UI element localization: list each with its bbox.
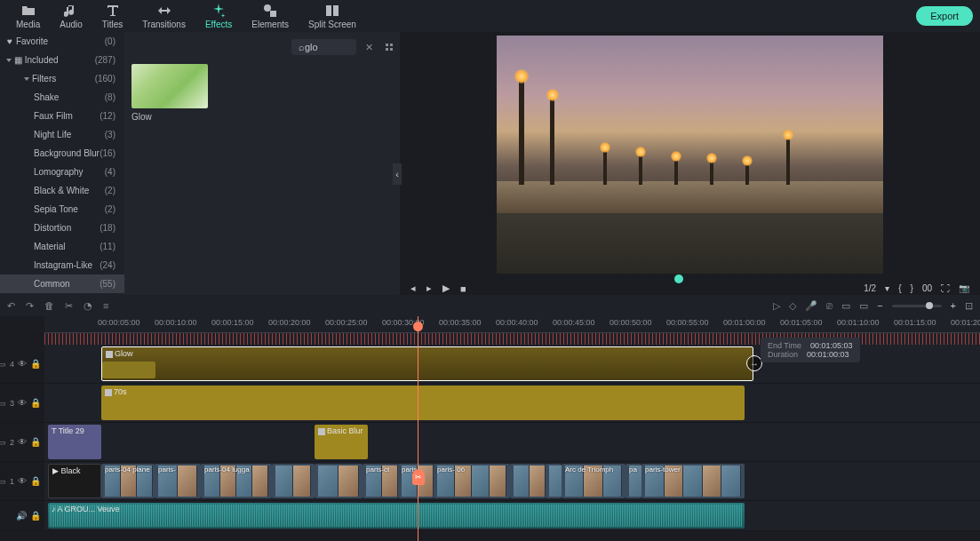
lock-icon[interactable]: 🔒 bbox=[30, 359, 41, 369]
grid-view-button[interactable] bbox=[386, 44, 393, 51]
eye-icon[interactable]: 👁 bbox=[18, 398, 27, 408]
chevron-down-icon bbox=[6, 59, 12, 62]
track-2: ▭2👁🔒 T Title 29 Basic Blur bbox=[0, 423, 980, 462]
effects-sidebar: ♥Favorite (0) ▦ Included (287) Filters (… bbox=[0, 32, 124, 295]
stop-button[interactable]: ■ bbox=[460, 283, 466, 294]
nav-titles[interactable]: Titles bbox=[93, 2, 132, 31]
sidebar-included[interactable]: ▦ Included (287) bbox=[0, 51, 124, 69]
clip-video-4[interactable] bbox=[315, 464, 363, 498]
cut-button[interactable]: ✂ bbox=[65, 300, 73, 312]
nav-transitions[interactable]: Transitions bbox=[133, 2, 195, 31]
sidebar-favorite[interactable]: ♥Favorite (0) bbox=[0, 32, 124, 51]
main-nav: Media Audio Titles Transitions Effects E… bbox=[0, 0, 980, 32]
zoom-in-button[interactable]: + bbox=[951, 300, 956, 311]
undo-button[interactable]: ↶ bbox=[7, 300, 15, 312]
clip-glow[interactable]: Glow bbox=[101, 346, 753, 381]
clip-video-12[interactable]: paris-tower bbox=[641, 464, 745, 498]
clear-search-button[interactable]: ✕ bbox=[362, 42, 377, 53]
preview-ratio[interactable]: 1/2 bbox=[864, 283, 876, 293]
clip-video-9[interactable] bbox=[546, 464, 562, 498]
clip-video-3[interactable] bbox=[272, 464, 315, 498]
speaker-icon[interactable]: 🔊 bbox=[16, 511, 27, 521]
tool1-button[interactable]: ▭ bbox=[841, 300, 850, 312]
nav-splitscreen[interactable]: Split Screen bbox=[299, 2, 365, 31]
lock-icon[interactable]: 🔒 bbox=[30, 511, 41, 521]
effect-thumb-glow[interactable]: Glow bbox=[131, 64, 208, 122]
lock-icon[interactable]: 🔒 bbox=[30, 398, 41, 408]
clip-video-10[interactable]: Arc de Triomph bbox=[562, 464, 625, 498]
prev-frame-button[interactable]: ◂ bbox=[410, 282, 416, 294]
collapse-panel-button[interactable]: ‹ bbox=[393, 163, 402, 185]
eye-icon[interactable]: 👁 bbox=[18, 437, 27, 447]
sidebar-item-shake[interactable]: Shake(8) bbox=[0, 88, 124, 107]
sidebar-item-lomography[interactable]: Lomography(4) bbox=[0, 163, 124, 181]
timeline-toolbar: ↶ ↷ 🗑 ✂ ◔ ≡ ▷ ◇ 🎤 ⎚ ▭ ▭ − + ⊡ bbox=[0, 295, 980, 316]
playhead[interactable] bbox=[418, 316, 418, 541]
track-4: ▭4👁🔒 Glow ↔ End Time00:01:05:03 Duration… bbox=[0, 345, 980, 384]
scissors-cursor[interactable] bbox=[412, 469, 425, 485]
clip-video-1[interactable]: paris- bbox=[155, 464, 201, 498]
music-icon bbox=[64, 4, 78, 18]
clip-video-8[interactable] bbox=[510, 464, 546, 498]
mic-button[interactable]: 🎤 bbox=[805, 300, 817, 312]
sidebar-item-sepia[interactable]: Sepia Tone(2) bbox=[0, 200, 124, 219]
timeline: 00:00:05:00 00:00:10:00 00:00:15:00 00:0… bbox=[0, 316, 980, 541]
lock-icon[interactable]: 🔒 bbox=[30, 437, 41, 447]
export-button[interactable]: Export bbox=[916, 6, 973, 26]
nav-effects[interactable]: Effects bbox=[196, 2, 241, 31]
chevron-down-icon[interactable]: ▾ bbox=[885, 283, 889, 293]
sidebar-item-bgblur[interactable]: Background Blur(16) bbox=[0, 144, 124, 163]
scrub-handle[interactable] bbox=[674, 274, 683, 283]
sidebar-item-nightlife[interactable]: Night Life(3) bbox=[0, 125, 124, 144]
effect-icon bbox=[105, 389, 112, 396]
zoom-slider[interactable] bbox=[892, 305, 942, 307]
clip-video-2[interactable]: paris-04 lugga bbox=[201, 464, 272, 498]
clip-video-11[interactable]: pa bbox=[625, 464, 641, 498]
nav-media[interactable]: Media bbox=[7, 2, 49, 31]
clip-70s[interactable]: 70s bbox=[101, 386, 745, 420]
lock-icon[interactable]: 🔒 bbox=[30, 476, 41, 486]
preview-canvas[interactable] bbox=[410, 36, 969, 274]
marker2-button[interactable]: ◇ bbox=[789, 300, 796, 312]
clip-video-0[interactable]: paris-04 plane bbox=[101, 464, 155, 498]
tool2-button[interactable]: ▭ bbox=[859, 300, 868, 312]
bracket-right-icon[interactable]: } bbox=[911, 283, 913, 293]
mixer-button[interactable]: ⎚ bbox=[826, 300, 833, 311]
sidebar-filters[interactable]: Filters (160) bbox=[0, 69, 124, 88]
svg-rect-1 bbox=[270, 11, 276, 17]
preview-image bbox=[497, 36, 883, 274]
clip-video-5[interactable]: paris-ct bbox=[363, 464, 398, 498]
render-button[interactable]: ▷ bbox=[773, 300, 780, 312]
zoom-out-button[interactable]: − bbox=[877, 300, 882, 311]
clip-black[interactable]: ▶ Black bbox=[48, 464, 101, 498]
clip-video-7[interactable]: paris- 06 bbox=[434, 464, 510, 498]
marker-button[interactable]: ◔ bbox=[84, 300, 92, 312]
eye-icon[interactable]: 👁 bbox=[18, 476, 27, 486]
splitscreen-icon bbox=[325, 4, 339, 18]
fullscreen-button[interactable]: ⛶ bbox=[941, 283, 950, 293]
nav-elements[interactable]: Elements bbox=[243, 2, 298, 31]
sidebar-item-material[interactable]: Material(11) bbox=[0, 237, 124, 256]
sidebar-item-instagram[interactable]: Instagram-Like(24) bbox=[0, 256, 124, 274]
redo-button[interactable]: ↷ bbox=[26, 300, 34, 312]
sidebar-item-fauxfilm[interactable]: Faux Film(12) bbox=[0, 107, 124, 125]
fit-button[interactable]: ⊡ bbox=[965, 300, 973, 312]
snapshot-button[interactable]: 📷 bbox=[959, 283, 969, 293]
nav-audio[interactable]: Audio bbox=[51, 2, 92, 31]
clip-title29[interactable]: T Title 29 bbox=[48, 425, 101, 459]
text-icon bbox=[106, 4, 120, 18]
play-back-button[interactable]: ▸ bbox=[426, 282, 432, 294]
sidebar-item-distortion[interactable]: Distortion(18) bbox=[0, 219, 124, 237]
search-input[interactable] bbox=[305, 42, 340, 52]
sidebar-item-common[interactable]: Common(55) bbox=[0, 274, 124, 293]
clip-audio[interactable]: ♪ A GROU... Veuve bbox=[48, 503, 745, 529]
bracket-left-icon[interactable]: { bbox=[898, 283, 901, 293]
sidebar-item-bw[interactable]: Black & White(2) bbox=[0, 181, 124, 200]
eye-icon[interactable]: 👁 bbox=[18, 359, 27, 369]
effect-icon bbox=[318, 428, 325, 435]
search-input-wrapper[interactable]: ⌕ bbox=[291, 39, 356, 55]
clip-basicblur[interactable]: Basic Blur bbox=[315, 425, 368, 459]
adjust-button[interactable]: ≡ bbox=[103, 300, 108, 311]
play-button[interactable]: ▶ bbox=[442, 282, 450, 294]
delete-button[interactable]: 🗑 bbox=[44, 300, 54, 311]
